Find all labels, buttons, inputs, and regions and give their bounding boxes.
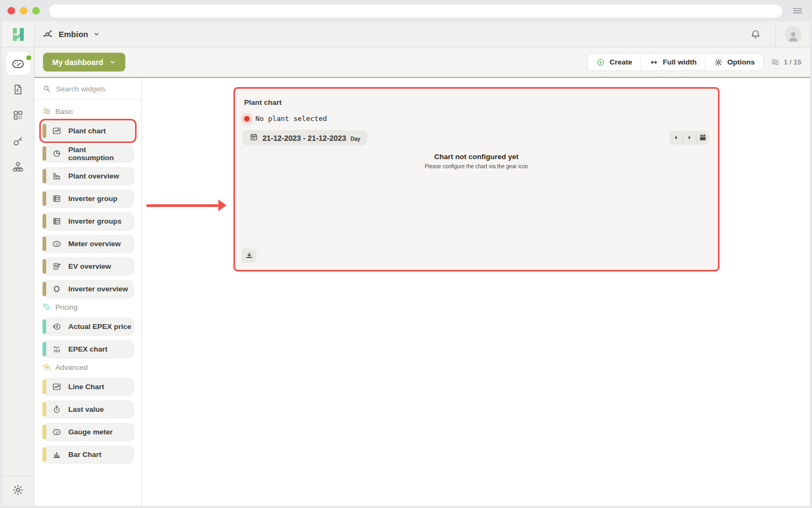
line-chart-icon [52,126,61,135]
widget-panel: Basic Plant chart [34,78,142,506]
full-width-button[interactable]: Full width [641,54,706,70]
settings-button[interactable] [12,484,24,496]
close-window-button[interactable] [8,7,15,15]
sidebar-item-hierarchy[interactable] [6,155,30,178]
widget-item-last-value[interactable]: Last value [44,400,134,418]
widget-item-epex-chart[interactable]: EPEX chart [44,340,134,358]
date-range-picker[interactable]: 21-12-2023 - 21-12-2023 Day [243,130,367,145]
granularity-label: Day [351,136,360,142]
item-label: EV overview [68,262,111,270]
search-input[interactable] [56,85,133,93]
item-accent [42,425,46,439]
status-text: No plant selected [255,115,327,123]
sidebar-item-invoices[interactable] [6,77,30,101]
browser-chrome [0,0,812,22]
item-accent [42,124,46,138]
section-label: Basic [55,108,73,116]
zoom-window-button[interactable] [32,7,40,15]
empty-state-subtitle: Please configure the chart via the gear … [235,163,718,169]
item-accent [42,146,46,161]
item-accent [42,191,46,206]
widget-search [34,78,141,99]
widget-item-bar-chart[interactable]: Bar Chart [44,446,134,463]
widget-item-inverter-overview[interactable]: Inverter overview [44,280,134,298]
widget-item-meter-overview[interactable]: Meter overview [44,235,134,253]
address-bar[interactable] [48,4,783,18]
gear-icon [12,484,24,496]
item-accent [42,282,46,296]
widget-item-ev-overview[interactable]: EV overview [44,257,134,275]
item-accent [42,342,46,356]
item-label: Inverter overview [68,285,128,293]
download-icon [245,251,254,260]
item-label: Plant chart [68,127,106,135]
options-button[interactable]: Options [706,54,763,70]
caret-right-icon [686,134,693,141]
item-accent [42,237,46,251]
calendar-icon [250,133,258,141]
item-accent [42,259,46,274]
section-label: Advanced [55,363,88,371]
item-label: Plant consumption [68,146,133,162]
widget-item-inverter-groups[interactable]: Inverter groups [44,212,134,230]
h-logo-icon [11,27,26,42]
header-right [736,22,810,47]
widget-item-plant-overview[interactable]: Plant overview [44,167,134,185]
key-icon [12,135,24,147]
sidebar-item-dashboard[interactable] [6,52,30,75]
section-header-advanced: Advanced [42,363,134,371]
minimize-window-button[interactable] [20,7,27,15]
calendar-solid-icon [699,133,707,142]
dashboard-gauge-icon [11,57,25,70]
sidebar-item-access[interactable] [6,129,30,153]
download-button[interactable] [241,248,257,263]
sidebar-rail [2,47,34,506]
layers-icon [771,58,780,67]
chevron-down-icon [93,31,100,38]
avatar [785,26,802,43]
bell-icon [750,28,761,40]
sidebar-item-widgets[interactable] [6,103,30,127]
org-selector[interactable]: Embion [34,22,100,47]
hierarchy-icon [12,161,24,173]
item-label: Last value [68,405,104,413]
plant-chart-widget: Plant chart No plant selected 21-12-2023… [233,87,720,271]
create-button[interactable]: Create [588,54,641,70]
annotation-arrow [146,199,230,211]
date-range-label: 21-12-2023 - 21-12-2023 [262,134,346,142]
dashboard-selector[interactable]: My dashboard [43,53,125,71]
plus-circle-icon [596,58,605,67]
toolbar-button-group: Create Full width Options [587,53,764,71]
chevron-down-icon [109,59,116,66]
coins-icon [42,363,51,371]
arrow-shaft [146,204,218,207]
item-label: Bar Chart [68,450,102,459]
factory-icon [52,171,61,181]
notifications-button[interactable] [736,22,775,47]
item-accent [42,169,46,183]
app-logo[interactable] [2,22,34,47]
period-nav-group [669,131,709,145]
next-period-button[interactable] [683,131,696,145]
item-label: Actual EPEX price [68,323,131,331]
layers-icon [42,107,51,116]
stopwatch-icon [52,405,61,414]
calendar-button[interactable] [696,131,709,145]
widget-item-plant-consumption[interactable]: Plant consumption [44,145,134,162]
arrow-head [218,199,226,211]
caret-left-icon [672,134,680,141]
widget-item-actual-epex-price[interactable]: Actual EPEX price [44,318,134,335]
widget-item-line-chart[interactable]: Line Chart [44,378,134,396]
dashboard-toolbar: My dashboard Create [34,47,810,78]
item-label: Inverter group [68,195,118,203]
widget-item-gauge-meter[interactable]: Gauge meter [44,423,134,441]
prev-period-button[interactable] [669,131,682,145]
item-label: Line Chart [68,383,104,391]
price-chart-icon [52,345,61,354]
org-name: Embion [59,30,88,39]
hamburger-icon[interactable] [792,5,803,17]
widget-item-plant-chart[interactable]: Plant chart [44,122,134,140]
widget-item-inverter-group[interactable]: Inverter group [44,190,134,208]
item-accent [42,447,46,462]
user-menu[interactable] [776,22,810,47]
